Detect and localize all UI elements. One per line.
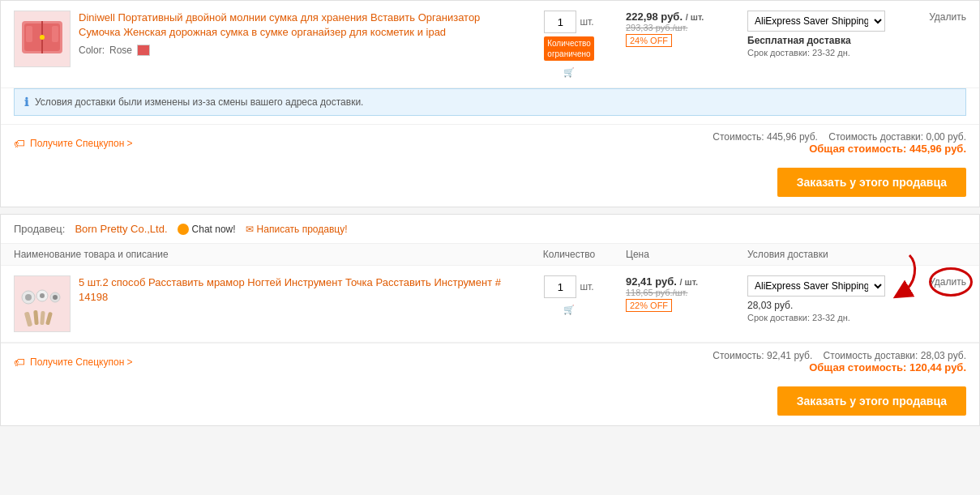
product-title-2[interactable]: 5 шт.2 способ Расставить мрамор Ногтей И… <box>79 275 512 305</box>
delete-col-2: Удалить <box>918 275 966 288</box>
delete-col-1: Удалить <box>918 11 966 23</box>
message-icon-2: ✉ <box>246 224 254 235</box>
shipping-select-2[interactable]: AliExpress Saver Shipping <box>747 275 885 297</box>
product-info-1: Diniwell Портативный двойной молнии сумк… <box>79 11 512 56</box>
chat-label-2: Chat now! <box>192 224 236 235</box>
order-btn-row-1: Заказать у этого продавца <box>1 161 979 207</box>
shipping-notice-1: ℹ Условия доставки были изменены из-за с… <box>14 88 966 116</box>
col-name-header: Наименование товара и описание <box>14 249 512 260</box>
wishlist-icon-1: 🛒 <box>563 67 575 78</box>
message-btn-2[interactable]: ✉ Написать продавцу! <box>246 224 348 235</box>
col-price-header: Цена <box>626 249 739 260</box>
seller-name-2[interactable]: Born Pretty Co.,Ltd. <box>75 223 167 235</box>
product-color-1: Color: Rose <box>79 45 512 56</box>
cost-summary-2: Стоимость: 92,41 руб. Стоимость доставки… <box>713 350 966 373</box>
message-label-2: Написать продавцу! <box>257 224 348 235</box>
wishlist-btn-2[interactable]: 🛒 <box>563 305 575 315</box>
coupon-footer-1: 🏷 Получите Спецкупон > Стоимость: 445,96… <box>1 124 979 161</box>
coupon-label-1: Получите Спецкупон > <box>30 138 133 149</box>
shipping-time-2: Срок доставки: 23-32 дн. <box>747 313 909 322</box>
seller-label-2: Продавец: <box>14 223 65 235</box>
svg-point-13 <box>40 293 45 298</box>
wishlist-icon-2: 🛒 <box>563 305 575 315</box>
price-old-1: 293,33 руб./шт. <box>626 23 739 32</box>
shipping-cost-value-2: 28,03 руб. <box>921 350 966 361</box>
qty-input-1[interactable] <box>544 11 576 33</box>
shipping-cost-value-1: 0,00 руб. <box>926 131 966 143</box>
shipping-free-1: Бесплатная доставка <box>747 35 909 46</box>
product-title-1[interactable]: Diniwell Портативный двойной молнии сумк… <box>79 11 512 40</box>
svg-rect-9 <box>45 312 53 326</box>
cart-section-2: Продавец: Born Pretty Co.,Ltd. Chat now!… <box>0 214 980 426</box>
delete-btn-2[interactable]: Удалить <box>929 276 966 288</box>
color-label-1: Color: <box>79 45 105 56</box>
color-value-1: Rose <box>109 45 132 56</box>
svg-rect-5 <box>52 26 58 42</box>
coupon-label-2: Получите Спецкупон > <box>30 356 133 368</box>
shipping-time-1: Срок доставки: 23-32 дн. <box>747 48 909 58</box>
product-image-2 <box>14 275 71 332</box>
cost-summary-1: Стоимость: 445,96 руб. Стоимость доставк… <box>713 131 966 155</box>
svg-rect-7 <box>33 310 39 325</box>
chat-dot-icon <box>178 224 189 235</box>
cost-value-2: 92,41 руб. <box>767 350 812 361</box>
svg-rect-8 <box>40 311 45 325</box>
total-label-1: Общая стоимость: <box>809 143 906 155</box>
limited-qty-1: Количество ограничено <box>544 36 594 61</box>
order-btn-row-2: Заказать у этого продавца <box>1 380 979 425</box>
discount-badge-2: 22% OFF <box>626 299 672 312</box>
qty-unit-2: шт. <box>580 281 593 292</box>
price-main-2: 92,41 руб. / шт. <box>626 275 739 288</box>
price-col-2: 92,41 руб. / шт. 118,65 руб./шт. 22% OFF <box>626 275 739 314</box>
coupon-icon-2: 🏷 <box>14 356 25 369</box>
svg-rect-6 <box>24 312 32 327</box>
discount-badge-1: 24% OFF <box>626 34 672 47</box>
shipping-col-1: AliExpress Saver Shipping Бесплатная дос… <box>747 11 909 58</box>
info-icon-1: ℹ <box>24 96 28 109</box>
coupon-icon-1: 🏷 <box>14 137 25 150</box>
order-btn-2[interactable]: Заказать у этого продавца <box>777 386 966 416</box>
shipping-price-2: 28,03 руб. <box>747 300 909 311</box>
cart-section-1: Diniwell Портативный двойной молнии сумк… <box>0 0 980 207</box>
qty-col-2: шт. 🛒 <box>520 275 618 315</box>
price-old-2: 118,65 руб./шт. <box>626 288 739 297</box>
coupon-footer-2: 🏷 Получите Спецкупон > Стоимость: 92,41 … <box>1 343 979 380</box>
total-value-2: 120,44 руб. <box>909 361 966 373</box>
shipping-cost-label-2: Стоимость доставки: <box>824 350 918 361</box>
price-col-1: 222,98 руб. / шт. 293,33 руб./шт. 24% OF… <box>626 11 739 49</box>
product-info-2: 5 шт.2 способ Расставить мрамор Ногтей И… <box>79 275 512 309</box>
product-image-1 <box>14 11 71 67</box>
qty-input-2[interactable] <box>544 275 576 298</box>
wishlist-btn-1[interactable]: 🛒 <box>563 67 575 78</box>
svg-point-3 <box>40 35 45 40</box>
svg-rect-4 <box>26 26 32 42</box>
svg-point-15 <box>53 295 58 300</box>
cost-value-1: 445,96 руб. <box>767 131 818 143</box>
delete-btn-1[interactable]: Удалить <box>929 11 966 23</box>
price-main-1: 222,98 руб. / шт. <box>626 11 739 23</box>
total-value-1: 445,96 руб. <box>909 143 966 155</box>
coupon-link-2[interactable]: 🏷 Получите Спецкупон > <box>14 356 133 369</box>
cost-label-2: Стоимость: <box>713 350 764 361</box>
color-swatch-1 <box>137 45 150 56</box>
coupon-link-1[interactable]: 🏷 Получите Спецкупон > <box>14 137 133 150</box>
order-btn-1[interactable]: Заказать у этого продавца <box>777 168 966 197</box>
cost-label-1: Стоимость: <box>713 131 764 143</box>
col-qty-header: Количество <box>520 249 618 260</box>
notice-text-1: Условия доставки были изменены из-за сме… <box>35 96 363 108</box>
shipping-select-1[interactable]: AliExpress Saver Shipping <box>747 11 885 32</box>
shipping-col-2: AliExpress Saver Shipping 28,03 руб. Сро… <box>747 275 909 322</box>
product-row-1: Diniwell Портативный двойной молнии сумк… <box>1 1 979 88</box>
columns-header-2: Наименование товара и описание Количеств… <box>1 244 979 266</box>
qty-col-1: шт. Количество ограничено 🛒 <box>520 11 618 78</box>
seller-header-2: Продавец: Born Pretty Co.,Ltd. Chat now!… <box>1 215 979 244</box>
total-label-2: Общая стоимость: <box>809 361 906 373</box>
chat-btn-2[interactable]: Chat now! <box>178 224 236 235</box>
product-row-2: 5 шт.2 способ Расставить мрамор Ногтей И… <box>1 266 979 343</box>
qty-unit-1: шт. <box>580 16 593 28</box>
svg-point-11 <box>25 294 32 301</box>
shipping-cost-label-1: Стоимость доставки: <box>828 131 923 143</box>
col-shipping-header: Условия доставки <box>747 249 909 260</box>
